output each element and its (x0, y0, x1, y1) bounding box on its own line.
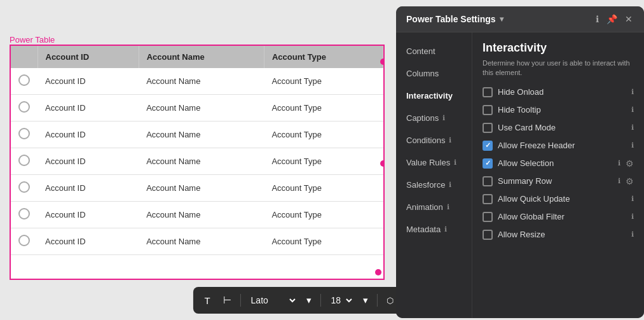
row-radio[interactable] (18, 74, 30, 86)
setting-info-icon[interactable]: ℹ (631, 195, 634, 203)
row-radio[interactable] (18, 181, 30, 193)
row-radio[interactable] (18, 235, 30, 246)
setting-checkbox-use-card-mode[interactable] (483, 123, 493, 133)
nav-item-columns[interactable]: Columns (396, 62, 472, 85)
panel-header: Power Table Settings ▾ ℹ 📌 ✕ (396, 6, 644, 32)
setting-label: Hide Onload (498, 87, 626, 97)
setting-info-icon[interactable]: ℹ (631, 88, 634, 96)
setting-label: Use Card Mode (498, 123, 626, 132)
table-cell: Account Name (139, 228, 264, 255)
nav-item-captions[interactable]: Captions ℹ (396, 107, 472, 129)
setting-checkbox-hide-onload[interactable] (483, 87, 493, 97)
setting-info-icon[interactable]: ℹ (631, 123, 634, 132)
row-radio[interactable] (18, 128, 30, 139)
panel-info-button[interactable]: ℹ (594, 13, 600, 25)
table-row[interactable]: Account IDAccount NameAccount Type (11, 122, 383, 148)
nav-item-value-rules[interactable]: Value Rules ℹ (396, 151, 472, 174)
setting-info-icon[interactable]: ℹ (631, 141, 634, 150)
row-radio[interactable] (18, 208, 30, 219)
col-header-account-name: Account Name (139, 46, 264, 68)
table-cell: Account Type (264, 175, 383, 202)
nav-item-conditions[interactable]: Conditions ℹ (396, 129, 472, 151)
setting-info-icon[interactable]: ℹ (631, 106, 634, 114)
table-row[interactable]: Account IDAccount NameAccount Type (11, 148, 383, 175)
setting-checkbox-allow-global-filter[interactable] (483, 212, 493, 222)
setting-info-icon[interactable]: ℹ (631, 212, 634, 221)
nav-label-value-rules: Value Rules (406, 158, 450, 167)
nav-info-conditions: ℹ (449, 136, 451, 144)
setting-row: Allow Selectionℹ⚙ (483, 158, 634, 169)
table-row[interactable]: Account IDAccount NameAccount Type (11, 95, 383, 122)
settings-list: Hide OnloadℹHide TooltipℹUse Card ModeℹA… (483, 87, 634, 240)
power-table-label[interactable]: Power Table (10, 35, 55, 45)
table-cell: Account ID (38, 122, 139, 148)
nav-item-salesforce[interactable]: Salesforce ℹ (396, 174, 472, 196)
table-row[interactable]: Account IDAccount NameAccount Type (11, 228, 383, 255)
nav-label-metadata: Metadata (406, 225, 441, 234)
setting-checkbox-allow-resize[interactable] (483, 230, 493, 240)
table-row[interactable]: Account IDAccount NameAccount Type (11, 68, 383, 95)
settings-panel: Power Table Settings ▾ ℹ 📌 ✕ Content Col… (396, 6, 644, 318)
setting-checkbox-allow-freeze-header[interactable] (483, 141, 493, 151)
nav-item-content[interactable]: Content (396, 40, 472, 62)
setting-checkbox-allow-selection[interactable] (483, 158, 493, 169)
resize-handle-bot[interactable] (375, 269, 381, 275)
row-radio[interactable] (18, 155, 30, 166)
bold-button[interactable]: T (200, 293, 214, 309)
nav-info-salesforce: ℹ (449, 181, 451, 189)
table-row[interactable]: Account IDAccount NameAccount Type (11, 175, 383, 202)
setting-info-icon[interactable]: ℹ (618, 159, 620, 167)
external-link-button[interactable]: ⬡ (383, 293, 397, 308)
col-header-account-type: Account Type (264, 46, 383, 68)
setting-gear-icon[interactable]: ⚙ (626, 176, 634, 186)
setting-row: Hide Tooltipℹ (483, 105, 634, 115)
resize-handle-top[interactable] (380, 59, 385, 65)
table-cell: Account Type (264, 122, 383, 148)
font-size-chevron[interactable]: ▾ (359, 292, 372, 309)
panel-header-icons: ℹ 📌 ✕ (594, 13, 634, 25)
setting-checkbox-allow-quick-update[interactable] (483, 194, 493, 204)
col-header-account-id: Account ID (38, 46, 139, 68)
external-link-icon: ⬡ (387, 296, 394, 305)
table-cell: Account Type (264, 202, 383, 228)
col-header-select (11, 46, 38, 68)
nav-item-interactivity[interactable]: Interactivity (396, 85, 472, 107)
align-icon: ⊢ (223, 295, 231, 306)
table-cell: Account ID (38, 228, 139, 255)
setting-gear-icon[interactable]: ⚙ (626, 158, 634, 169)
panel-title-chevron-icon[interactable]: ▾ (500, 15, 504, 24)
setting-info-icon[interactable]: ℹ (618, 177, 620, 185)
panel-close-button[interactable]: ✕ (624, 13, 634, 25)
table-cell: Account Name (139, 122, 264, 148)
setting-label: Hide Tooltip (498, 105, 626, 115)
nav-info-metadata: ℹ (444, 225, 447, 233)
table-cell: Account ID (38, 148, 139, 175)
row-radio[interactable] (18, 101, 30, 113)
font-name-chevron[interactable]: ▾ (303, 292, 315, 309)
panel-pin-button[interactable]: 📌 (605, 13, 619, 25)
bold-icon: T (204, 295, 210, 306)
panel-content: Interactivity Determine how your user is… (472, 32, 644, 318)
table-cell: Account Type (264, 95, 383, 122)
table-cell: Account Name (139, 68, 264, 95)
setting-checkbox-summary-row[interactable] (483, 176, 493, 186)
setting-label: Allow Quick Update (498, 194, 626, 204)
setting-row: Allow Quick Updateℹ (483, 194, 634, 204)
font-name-select[interactable]: Lato Arial Verdana (246, 293, 298, 307)
table-cell: Account ID (38, 68, 139, 95)
panel-title: Power Table Settings ▾ (406, 14, 504, 24)
setting-row: Use Card Modeℹ (483, 123, 634, 133)
setting-checkbox-hide-tooltip[interactable] (483, 105, 493, 115)
nav-label-columns: Columns (406, 69, 439, 78)
setting-label: Allow Resize (498, 230, 626, 239)
setting-info-icon[interactable]: ℹ (631, 230, 634, 239)
resize-handle-mid[interactable] (380, 160, 385, 167)
panel-nav: Content Columns Interactivity Captions ℹ… (396, 32, 472, 318)
nav-item-animation[interactable]: Animation ℹ (396, 196, 472, 218)
nav-item-metadata[interactable]: Metadata ℹ (396, 218, 472, 240)
font-size-select[interactable]: 18 12 14 16 20 24 (326, 293, 354, 307)
setting-row: Allow Freeze Headerℹ (483, 141, 634, 151)
table-row[interactable]: Account IDAccount NameAccount Type (11, 202, 383, 228)
table-cell: Account ID (38, 95, 139, 122)
align-button[interactable]: ⊢ (219, 292, 235, 309)
